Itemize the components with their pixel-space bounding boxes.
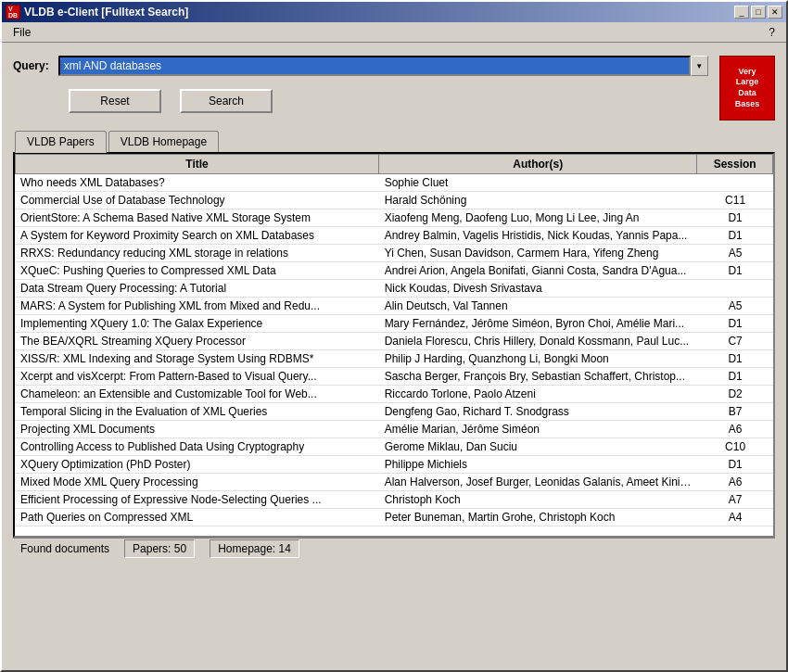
table-row[interactable]: Mixed Mode XML Query ProcessingAlan Halv… [15, 474, 773, 491]
cell-authors: Sascha Berger, François Bry, Sebastian S… [379, 368, 698, 386]
cell-title: Efficient Processing of Expressive Node-… [15, 491, 379, 509]
main-window: VDB VLDB e-Client [Fulltext Search] _ □ … [0, 0, 788, 672]
col-header-title: Title [16, 155, 379, 174]
cell-authors: Amélie Marian, Jérôme Siméon [379, 421, 698, 438]
minimize-button[interactable]: _ [734, 6, 749, 19]
table-row[interactable]: Efficient Processing of Expressive Node-… [15, 491, 773, 509]
cell-title: A System for Keyword Proximity Search on… [15, 227, 379, 245]
cell-title: Implementing XQuery 1.0: The Galax Exper… [15, 315, 379, 333]
table-row[interactable]: Who needs XML Databases?Sophie Cluet [15, 174, 773, 192]
cell-authors: Alin Deutsch, Val Tannen [379, 298, 698, 315]
cell-authors: Sophie Cluet [379, 174, 698, 192]
cell-session [697, 174, 773, 192]
cell-authors: Dengfeng Gao, Richard T. Snodgrass [379, 403, 698, 421]
results-table-container: Title Author(s) Session Who needs XML Da… [13, 152, 775, 538]
tab-vldb-homepage[interactable]: VLDB Homepage [108, 131, 219, 153]
query-label: Query: [13, 59, 49, 72]
close-button[interactable]: ✕ [768, 6, 782, 19]
query-input[interactable] [58, 56, 691, 76]
cell-session: A5 [697, 245, 773, 262]
cell-title: Projecting XML Documents [15, 421, 379, 438]
table-row[interactable]: A System for Keyword Proximity Search on… [15, 227, 773, 245]
cell-title: Chameleon: an Extensible and Customizabl… [15, 386, 379, 403]
table-row[interactable]: XQueC: Pushing Queries to Compressed XML… [15, 262, 773, 280]
cell-title: MARS: A System for Publishing XML from M… [15, 298, 379, 315]
cell-authors: Yi Chen, Susan Davidson, Carmem Hara, Yi… [379, 245, 698, 262]
cell-title: Mixed Mode XML Query Processing [15, 474, 379, 491]
cell-title: Controlling Access to Published Data Usi… [15, 438, 379, 456]
cell-authors: Nick Koudas, Divesh Srivastava [379, 280, 698, 298]
table-row[interactable]: RRXS: Redundancy reducing XML storage in… [15, 245, 773, 262]
query-dropdown-button[interactable]: ▼ [691, 56, 708, 76]
cell-session: D1 [697, 456, 773, 474]
cell-session: A4 [697, 509, 773, 526]
table-row[interactable]: The BEA/XQRL Streaming XQuery ProcessorD… [15, 333, 773, 350]
cell-title: XQuery Optimization (PhD Poster) [15, 456, 379, 474]
table-row[interactable]: Chameleon: an Extensible and Customizabl… [15, 386, 773, 403]
cell-authors: Andrey Balmin, Vagelis Hristidis, Nick K… [379, 227, 698, 245]
cell-authors: Xiaofeng Meng, Daofeng Luo, Mong Li Lee,… [379, 209, 698, 227]
cell-title: XQueC: Pushing Queries to Compressed XML… [15, 262, 379, 280]
reset-button[interactable]: Reset [69, 89, 161, 113]
table-row[interactable]: XQuery Optimization (PhD Poster)Philippe… [15, 456, 773, 474]
papers-status: Papers: 50 [124, 539, 195, 558]
menu-bar: File ? [2, 22, 786, 43]
cell-session: D1 [697, 368, 773, 386]
cell-session [697, 280, 773, 298]
cell-authors: Mary Fernández, Jérôme Siméon, Byron Cho… [379, 315, 698, 333]
cell-title: The BEA/XQRL Streaming XQuery Processor [15, 333, 379, 350]
tab-vldb-papers[interactable]: VLDB Papers [15, 131, 107, 153]
table-row[interactable]: OrientStore: A Schema Based Native XML S… [15, 209, 773, 227]
menu-file[interactable]: File [6, 24, 38, 41]
cell-session: D1 [697, 350, 773, 368]
query-input-wrapper: ▼ [58, 56, 708, 76]
cell-authors: Philippe Michiels [379, 456, 698, 474]
cell-session: D1 [697, 227, 773, 245]
table-row[interactable]: Controlling Access to Published Data Usi… [15, 438, 773, 456]
cell-session: A6 [697, 474, 773, 491]
cell-session: C7 [697, 333, 773, 350]
cell-title: Who needs XML Databases? [15, 174, 379, 192]
cell-authors: Daniela Florescu, Chris Hillery, Donald … [379, 333, 698, 350]
col-header-authors: Author(s) [379, 155, 697, 174]
cell-title: Temporal Slicing in the Evaluation of XM… [15, 403, 379, 421]
table-row[interactable]: XISS/R: XML Indexing and Storage System … [15, 350, 773, 368]
cell-authors: Riccardo Torlone, Paolo Atzeni [379, 386, 698, 403]
search-button[interactable]: Search [180, 89, 273, 113]
app-icon: VDB [6, 5, 20, 19]
title-bar: VDB VLDB e-Client [Fulltext Search] _ □ … [2, 2, 786, 22]
cell-authors: Alan Halverson, Josef Burger, Leonidas G… [379, 474, 698, 491]
cell-authors: Philip J Harding, Quanzhong Li, Bongki M… [379, 350, 698, 368]
window-controls: _ □ ✕ [734, 6, 782, 19]
cell-session: C11 [697, 192, 773, 209]
table-row[interactable]: Data Stream Query Processing: A Tutorial… [15, 280, 773, 298]
cell-authors: Andrei Arion, Angela Bonifati, Gianni Co… [379, 262, 698, 280]
table-scroll-area[interactable]: Who needs XML Databases?Sophie CluetComm… [15, 174, 773, 536]
cell-session: D1 [697, 209, 773, 227]
main-content: Query: ▼ Reset Search Very Large Data Ba… [2, 43, 786, 670]
table-row[interactable]: Temporal Slicing in the Evaluation of XM… [15, 403, 773, 421]
cell-title: Xcerpt and visXcerpt: From Pattern-Based… [15, 368, 379, 386]
tabs-container: VLDB Papers VLDB Homepage [13, 130, 775, 152]
window-title: VLDB e-Client [Fulltext Search] [24, 6, 188, 19]
cell-session: A5 [697, 298, 773, 315]
table-row[interactable]: Projecting XML DocumentsAmélie Marian, J… [15, 421, 773, 438]
table-row[interactable]: Path Queries on Compressed XMLPeter Bune… [15, 509, 773, 526]
results-data-table: Who needs XML Databases?Sophie CluetComm… [15, 174, 773, 526]
menu-help[interactable]: ? [761, 24, 782, 41]
cell-authors: Peter Buneman, Martin Grohe, Christoph K… [379, 509, 698, 526]
cell-session: A7 [697, 491, 773, 509]
cell-session: C10 [697, 438, 773, 456]
cell-authors: Christoph Koch [379, 491, 698, 509]
cell-session: D1 [697, 315, 773, 333]
table-row[interactable]: Implementing XQuery 1.0: The Galax Exper… [15, 315, 773, 333]
cell-authors: Harald Schöning [379, 192, 698, 209]
homepage-status: Homepage: 14 [210, 539, 299, 558]
maximize-button[interactable]: □ [751, 6, 766, 19]
cell-title: Path Queries on Compressed XML [15, 509, 379, 526]
cell-session: A6 [697, 421, 773, 438]
cell-authors: Gerome Miklau, Dan Suciu [379, 438, 698, 456]
table-row[interactable]: Xcerpt and visXcerpt: From Pattern-Based… [15, 368, 773, 386]
table-row[interactable]: Commercial Use of Database TechnologyHar… [15, 192, 773, 209]
table-row[interactable]: MARS: A System for Publishing XML from M… [15, 298, 773, 315]
